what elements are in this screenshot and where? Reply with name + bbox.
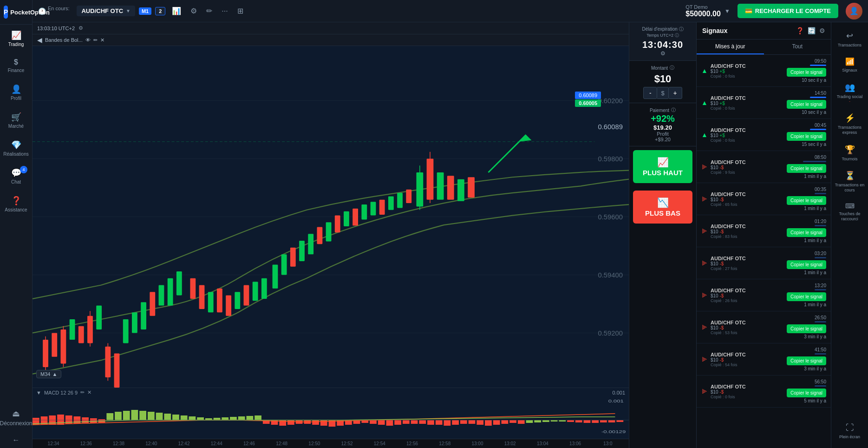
account-info-text: QT Demo $50000.00 bbox=[685, 4, 721, 18]
svg-rect-125 bbox=[493, 420, 500, 425]
draw-button[interactable]: ✏ bbox=[203, 5, 215, 17]
sidebar-item-marche[interactable]: 🛒 Marché bbox=[0, 106, 32, 134]
right-sidebar-item-fullscreen[interactable]: ⛶ Plein écran bbox=[831, 418, 868, 444]
sidebar-item-realisations[interactable]: 💎 Réalisations bbox=[0, 134, 32, 162]
right-sidebar-item-express[interactable]: ⚡ Transactions express bbox=[831, 108, 868, 140]
macd-collapse-icon[interactable]: ▼ bbox=[36, 390, 41, 395]
chart-settings-icon[interactable]: ⚙ bbox=[78, 25, 83, 31]
account-amount: $50000.00 bbox=[685, 10, 721, 18]
svg-rect-18 bbox=[114, 354, 120, 388]
signals-help-icon[interactable]: ❓ bbox=[796, 27, 804, 34]
macd-edit-icon[interactable]: ✏ bbox=[80, 389, 85, 395]
copy-signal-button[interactable]: Copier le signal bbox=[787, 68, 826, 77]
user-avatar[interactable]: 👤 bbox=[846, 3, 862, 20]
signal-info: AUD/CHF OTC $10 -$ Copié : 65 fois bbox=[711, 191, 784, 207]
copy-signal-button[interactable]: Copier le signal bbox=[787, 164, 826, 173]
right-sidebar-item-social-trading[interactable]: 👥 Trading social - bbox=[831, 78, 868, 108]
svg-rect-46 bbox=[371, 202, 376, 215]
indicator-eye-icon[interactable]: 👁 bbox=[85, 37, 91, 43]
signal-bar bbox=[815, 321, 826, 323]
svg-rect-56 bbox=[447, 176, 454, 199]
chart-main[interactable]: 0.60200 0.60089 0.59800 0.59600 0.59400 … bbox=[33, 46, 629, 388]
settings-small-icon[interactable]: ⚙ bbox=[660, 50, 666, 57]
svg-rect-135 bbox=[575, 420, 582, 422]
right-sidebar-item-tournaments[interactable]: 🏆 Tournois bbox=[831, 140, 868, 166]
svg-rect-119 bbox=[444, 420, 451, 426]
svg-rect-117 bbox=[427, 420, 434, 425]
copy-signal-button[interactable]: Copier le signal bbox=[787, 228, 826, 237]
right-sidebar-item-signaux[interactable]: 📶 Signaux bbox=[831, 53, 868, 78]
amount-plus-button[interactable]: + bbox=[668, 87, 682, 99]
time-tick-4: 12:42 bbox=[168, 441, 200, 446]
right-sidebar-item-transactions[interactable]: ↩ Transactions bbox=[831, 26, 868, 53]
marche-icon: 🛒 bbox=[11, 112, 21, 122]
signals-refresh-icon[interactable]: 🔄 bbox=[808, 27, 816, 34]
svg-rect-113 bbox=[394, 420, 401, 425]
svg-rect-134 bbox=[567, 420, 574, 422]
disconnect-button[interactable]: ⏏ Déconnexion bbox=[0, 403, 33, 432]
svg-rect-48 bbox=[388, 196, 394, 210]
right-sidebar-item-ongoing[interactable]: ⏳ Transactions en cours bbox=[831, 166, 868, 198]
copy-signal-button[interactable]: Copier le signal bbox=[787, 356, 826, 365]
svg-rect-57 bbox=[457, 179, 464, 201]
copy-signal-button[interactable]: Copier le signal bbox=[787, 132, 826, 141]
signal-amount: $10 -$ bbox=[711, 389, 784, 395]
time-tick-9: 12:52 bbox=[331, 441, 363, 446]
indicator-edit-icon[interactable]: ✏ bbox=[93, 37, 98, 43]
svg-rect-114 bbox=[403, 420, 410, 424]
right-sidebar-item-shortcuts[interactable]: ⌨ Touches de raccourci bbox=[831, 198, 868, 226]
sidebar-item-trading[interactable]: 📈 Trading bbox=[0, 25, 32, 53]
sidebar-item-profil[interactable]: 👤 Profil bbox=[0, 79, 32, 106]
signal-pair: AUD/CHF OTC bbox=[711, 288, 784, 293]
copy-signal-button[interactable]: Copier le signal bbox=[787, 100, 826, 109]
sidebar-item-finance[interactable]: $ Finance bbox=[0, 53, 32, 79]
more-button[interactable]: ··· bbox=[219, 5, 230, 17]
amount-minus-button[interactable]: - bbox=[643, 87, 657, 99]
signals-settings-icon[interactable]: ⚙ bbox=[819, 27, 825, 34]
tab-updates[interactable]: Mises à jour bbox=[697, 40, 764, 54]
trade-up-button[interactable]: 📈 PLUS HAUT bbox=[633, 150, 692, 183]
collapse-arrow[interactable]: ← bbox=[0, 432, 33, 448]
svg-rect-93 bbox=[230, 417, 237, 420]
signal-time: 41:50 bbox=[815, 347, 826, 352]
delay-label-text: Délai d'expiration bbox=[642, 26, 677, 32]
copy-signal-button[interactable]: Copier le signal bbox=[787, 324, 826, 333]
signal-bar bbox=[810, 129, 826, 130]
sidebar-item-chat[interactable]: 💬 4 Chat bbox=[0, 162, 32, 190]
copy-signal-button[interactable]: Copier le signal bbox=[787, 196, 826, 205]
tab-all[interactable]: Tout bbox=[764, 40, 831, 54]
svg-rect-30 bbox=[226, 296, 231, 316]
asset-selector[interactable]: AUD/CHF OTC ▼ bbox=[77, 6, 135, 16]
indicator-badge[interactable]: 2 bbox=[155, 7, 165, 15]
list-item: ⫸ AUD/CHF OTC $10 -$ Copié : 65 fois 00:… bbox=[697, 183, 831, 215]
svg-rect-24 bbox=[168, 278, 173, 306]
ongoing-label: Transactions en cours bbox=[833, 183, 866, 193]
copy-signal-button[interactable]: Copier le signal bbox=[787, 260, 826, 269]
copy-signal-button[interactable]: Copier le signal bbox=[787, 389, 826, 397]
m34-indicator[interactable]: M34 ▲ bbox=[36, 370, 61, 378]
amount-section: Montant ⓘ $10 - $ + bbox=[629, 61, 696, 103]
layout-button[interactable]: ⊞ bbox=[235, 5, 246, 17]
indicator-close-icon[interactable]: ✕ bbox=[100, 37, 104, 43]
signals-panel: Signaux ❓ 🔄 ⚙ Mises à jour Tout ▲ AUD/CH… bbox=[696, 22, 831, 448]
collapse-indicator-icon[interactable]: ◀ bbox=[37, 36, 42, 44]
signal-info: AUD/CHF OTC $10 +$ Copié : 0 fois bbox=[711, 127, 784, 143]
signals-title: Signaux bbox=[702, 27, 727, 34]
indicators-button[interactable]: ⚙ bbox=[188, 5, 200, 17]
amount-currency-label: $ bbox=[657, 87, 668, 99]
sidebar-item-assistance[interactable]: ❓ Assistance bbox=[0, 190, 32, 218]
time-tick-8: 12:50 bbox=[298, 441, 331, 446]
macd-close-icon[interactable]: ✕ bbox=[87, 389, 91, 395]
copy-signal-button[interactable]: Copier le signal bbox=[787, 292, 826, 301]
payout-label-text: Paiement bbox=[650, 108, 669, 113]
time-tick-12: 12:58 bbox=[429, 441, 461, 446]
signal-time-ago: 3 min il y a bbox=[804, 366, 826, 371]
signal-right-section: 00:35 Copier le signal 1 min il y a bbox=[787, 187, 826, 211]
svg-rect-23 bbox=[159, 285, 164, 306]
chart-type-button[interactable]: 📊 bbox=[169, 5, 184, 17]
logo[interactable]: P PocketOption bbox=[0, 0, 32, 25]
recharge-button[interactable]: 💳 RECHARGER LE COMPTE bbox=[737, 4, 838, 18]
trade-down-button[interactable]: 📉 PLUS BAS bbox=[633, 191, 692, 224]
timeframe-badge[interactable]: M1 bbox=[139, 7, 151, 15]
account-chevron-icon[interactable]: ▼ bbox=[724, 8, 730, 14]
